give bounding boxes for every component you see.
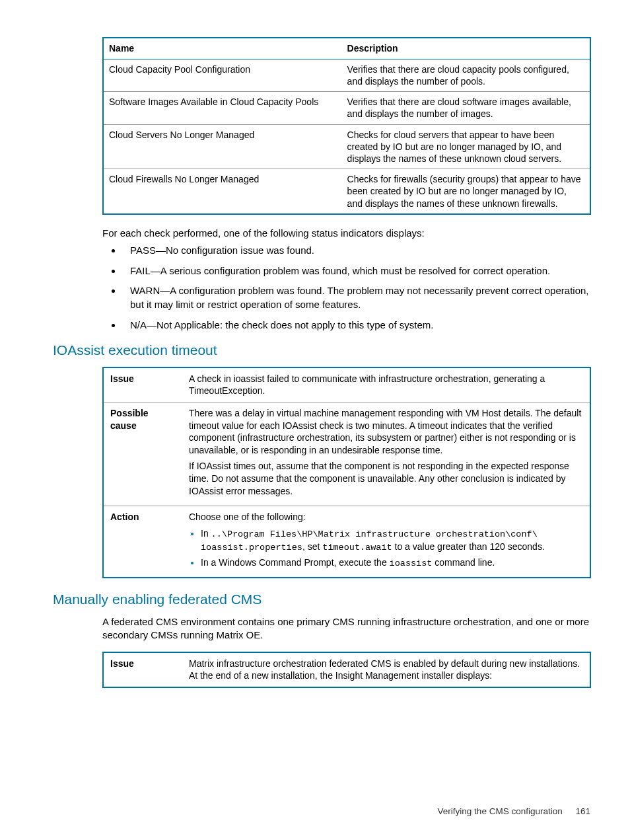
check-desc: Checks for firewalls (security groups) t…	[342, 169, 590, 214]
check-desc: Verifies that there are cloud software i…	[342, 92, 590, 124]
page-number: 161	[575, 806, 590, 816]
page-footer: Verifying the CMS configuration 161	[438, 806, 590, 818]
table-row: Cloud Firewalls No Longer Managed Checks…	[103, 169, 590, 214]
code-cmd: ioassist	[390, 558, 433, 568]
timeout-issue-table: Issue A check in ioassist failed to comm…	[102, 367, 591, 578]
cause-p1: There was a delay in virtual machine man…	[189, 407, 583, 456]
check-name: Cloud Capacity Pool Configuration	[103, 59, 342, 91]
check-name: Software Images Available in Cloud Capac…	[103, 92, 342, 124]
cause-text: There was a delay in virtual machine man…	[182, 402, 590, 506]
issue-text: A check in ioassist failed to communicat…	[182, 367, 590, 402]
col-name-header: Name	[103, 38, 342, 59]
txt: to a value greater than 120 seconds.	[392, 541, 545, 552]
cause-p2: If IOAssist times out, assume that the c…	[189, 460, 583, 497]
txt: In	[201, 528, 211, 539]
issue-text: Matrix infrastructure orchestration fede…	[182, 652, 590, 687]
cms-issue-table: Issue Matrix infrastructure orchestratio…	[102, 652, 591, 688]
table-row: Software Images Available in Cloud Capac…	[103, 92, 590, 124]
check-name: Cloud Firewalls No Longer Managed	[103, 169, 342, 214]
status-list: PASS—No configuration issue was found. F…	[122, 244, 590, 332]
list-item: PASS—No configuration issue was found.	[122, 244, 590, 258]
list-item: In a Windows Command Prompt, execute the…	[201, 556, 583, 570]
status-intro: For each check performed, one of the fol…	[102, 227, 590, 240]
txt: command line.	[432, 557, 495, 568]
check-desc: Checks for cloud servers that appear to …	[342, 124, 590, 169]
label-issue: Issue	[103, 652, 182, 687]
heading-ioassist-timeout: IOAssist execution timeout	[53, 341, 590, 360]
cms-intro: A federated CMS environment contains one…	[102, 615, 590, 642]
txt: , set	[302, 541, 322, 552]
list-item: WARN—A configuration problem was found. …	[122, 284, 590, 311]
action-intro: Choose one of the following:	[189, 511, 583, 523]
action-text: Choose one of the following: In ..\Progr…	[182, 506, 590, 578]
label-issue: Issue	[103, 367, 182, 402]
list-item: N/A—Not Applicable: the check does not a…	[122, 319, 590, 332]
col-desc-header: Description	[342, 38, 590, 59]
check-name: Cloud Servers No Longer Managed	[103, 124, 342, 169]
code-prop: timeout.await	[322, 543, 392, 553]
check-desc: Verifies that there are cloud capacity p…	[342, 59, 590, 91]
txt: In a Windows Command Prompt, execute the	[201, 557, 390, 568]
table-row: Cloud Capacity Pool Configuration Verifi…	[103, 59, 590, 91]
heading-federated-cms: Manually enabling federated CMS	[53, 590, 590, 609]
list-item: In ..\Program Files\HP\Matrix infrastruc…	[201, 527, 583, 554]
table-row: Cloud Servers No Longer Managed Checks f…	[103, 124, 590, 169]
list-item: FAIL—A serious configuration problem was…	[122, 264, 590, 278]
checks-table: Name Description Cloud Capacity Pool Con…	[102, 37, 591, 215]
label-possible-cause: Possible cause	[103, 402, 182, 506]
label-action: Action	[103, 506, 182, 578]
footer-title: Verifying the CMS configuration	[438, 806, 563, 816]
